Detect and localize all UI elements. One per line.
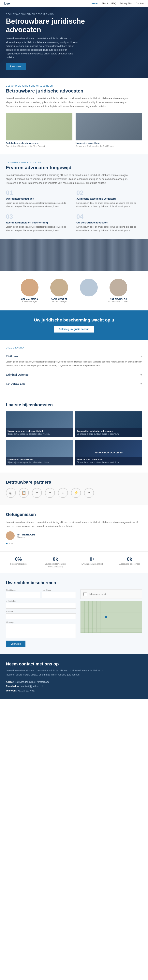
adv-title-2: Juridische excellentie verzekerd: [76, 197, 142, 200]
adv-text-2: Lorem ipsum dolor sit amet, consectetur …: [76, 201, 142, 208]
adv-item-3: 03 Rechtvaardigheid en bescherming Lorem…: [6, 213, 72, 232]
contact-bottom-title: Neem contact met ons op: [6, 662, 142, 667]
partner-icon-1: ◎: [6, 488, 16, 498]
phone-input[interactable]: [6, 613, 76, 619]
dienst-header-3[interactable]: Corporate Law ∨: [6, 382, 142, 385]
dienst-content-1: Lorem ipsum dolor sit amet, consectetur …: [6, 360, 142, 367]
court-banner: [0, 239, 148, 271]
dienst-item-2: Criminal Defense ∨: [6, 371, 142, 379]
contact-email-value: contact@juridisch.nl: [21, 685, 43, 688]
contact-info: Adres : 123 Aller dan Street, Amsterdam …: [6, 681, 142, 692]
chevron-up-icon: ∧: [140, 355, 142, 358]
nav-home[interactable]: Home: [92, 2, 98, 5]
dienst-header-2[interactable]: Criminal Defense ∨: [6, 373, 142, 376]
adv-num-3: 03: [6, 213, 72, 220]
email-input[interactable]: [6, 603, 76, 609]
message-textarea[interactable]: [6, 624, 76, 638]
nav-about[interactable]: About: [102, 2, 108, 5]
message-label: Message: [6, 621, 76, 624]
team-card-2: JACK ALVAREZ Verkoopmanager: [46, 279, 72, 302]
bij-card-3[interactable]: Uw rechten beschermen Bij ons zijn al on…: [6, 440, 73, 465]
stat-num-4: 0k: [114, 556, 145, 562]
contact-bottom-desc: Lorem ipsum dolor sit amet, consectetur …: [6, 668, 105, 677]
img-card-2: Uw rechten verdedigen Sample text: Click…: [76, 113, 142, 147]
testimonials-text: Lorem ipsum dolor sit amet, consectetur …: [6, 520, 142, 528]
adv-text-1: Lorem ipsum dolor sit amet, consectetur …: [6, 201, 72, 208]
bijeenkomsten-section: Laatste bijeenkomsten Uw partners voor r…: [0, 395, 148, 473]
lastname-input[interactable]: [42, 592, 76, 598]
recaptcha-box[interactable]: Ik ben geen robot: [81, 589, 142, 599]
advocaten-desc: Lorem ipsum dolor sit amet, consectetur …: [6, 173, 132, 185]
stat-num-1: 0%: [3, 556, 34, 562]
stat-label-3: Ervaring en jaren praktijk: [77, 563, 108, 565]
bij-desc-1: Bij ons zijn al onze punt dat dolore et …: [8, 433, 71, 436]
partner-icon-5: ⊕: [58, 488, 68, 498]
hero-title: Betrouwbare juridische advocaten: [6, 17, 89, 34]
firstname-label: First Name: [6, 589, 40, 592]
form-left: First Name Last Name E-mailadres Telefoo…: [6, 589, 76, 647]
test-dot-2[interactable]: [9, 543, 10, 544]
bij-card-2[interactable]: Zoekundige juridische oplossingen Bij on…: [75, 411, 142, 437]
nav-pricing[interactable]: Pricing Plan: [120, 2, 132, 5]
bij-title-4: MARCH FOR OUR LIVES: [77, 458, 140, 461]
form-row-names: First Name Last Name: [6, 589, 76, 598]
dienst-title-1: Civil Law: [6, 355, 18, 358]
adv-title-4: Uw vertrouwde advocaten: [76, 221, 142, 224]
nav-faq[interactable]: FAQ: [111, 2, 116, 5]
adv-num-2: 02: [76, 189, 142, 196]
diensten-section: ONZE DIENSTEN Civil Law ∧ Lorem ipsum do…: [0, 340, 148, 395]
bij-overlay-2: Zoekundige juridische oplossingen Bij on…: [75, 428, 142, 437]
adv-title-1: Uw rechten verdedigen: [6, 197, 72, 200]
team-avatar-1: [21, 279, 38, 296]
dienst-title-3: Corporate Law: [6, 382, 25, 385]
contact-address-row: Adres : 123 Aller dan Street, Amsterdam: [6, 681, 142, 683]
court-overlay: [0, 239, 148, 271]
hero-subtitle: RECHTVAARDIGHEID EN BESCHERMING: [6, 13, 142, 15]
contact-phone-label: Telefoon: [6, 689, 16, 692]
section-label: DESKUNDIGE JURIDISCHE OPLOSSINGEN: [6, 85, 142, 87]
partner-icon-2: 📋: [19, 488, 29, 498]
chevron-down-icon-2: ∨: [140, 373, 142, 376]
stat-num-2: 0k: [40, 556, 71, 562]
recaptcha-label: Ik ben geen robot: [89, 593, 106, 595]
cta-button[interactable]: Ontmoeg uw gratis consult: [54, 326, 94, 332]
adv-num-1: 01: [6, 189, 72, 196]
partners-section: Betrouwbare partners ◎ 📋 ✦ ✦ ⊕ ⚡ ✦: [0, 473, 148, 505]
form-submit-button[interactable]: Versturen: [6, 641, 25, 647]
firstname-input[interactable]: [6, 592, 40, 598]
chevron-down-icon-3: ∨: [140, 382, 142, 385]
advocaten-section: UW VERTROUWDE ADVOCATEN Ervaren advocate…: [0, 154, 148, 239]
partner-icon-4: ✦: [45, 488, 55, 498]
hero-button[interactable]: Lees meer: [6, 63, 26, 70]
team-avatar-3: [80, 279, 98, 296]
stat-label-4: Succesvolle oplossingen: [114, 563, 145, 565]
team-name-2: JACK ALVAREZ: [46, 298, 72, 301]
dienst-header-1[interactable]: Civil Law ∧: [6, 355, 142, 358]
advocaten-grid: 01 Uw rechten verdedigen Lorem ipsum dol…: [6, 189, 142, 232]
testimonials-author: NAT REYNOLDS Manager: [6, 531, 142, 540]
contact-email-row: E-mailadres : contact@juridisch.nl: [6, 685, 142, 688]
cta-section: Uw juridische bescherming wacht op u Ont…: [0, 310, 148, 340]
bijeenkomsten-title: Laatste bijeenkomsten: [6, 402, 142, 407]
bij-card-4[interactable]: MARCH FOR OUR LIVES MARCH FOR OUR LIVES …: [75, 440, 142, 465]
bij-card-1[interactable]: Uw partners voor rechtvaardighed Bij ons…: [6, 411, 73, 437]
test-dot-3[interactable]: [11, 543, 13, 544]
adv-item-2: 02 Juridische excellentie verzekerd Lore…: [76, 189, 142, 208]
stat-label-1: Succesvolle zaken: [3, 563, 34, 565]
team-name-1: CELIA ALMEIDA: [17, 298, 43, 301]
hero-description: Lorem ipsum dolor sit amet, consectetur …: [6, 37, 81, 59]
navbar: logo Home About FAQ Pricing Plan Contact: [0, 0, 148, 7]
img-caption-2: Uw rechten verdedigen: [76, 142, 142, 144]
recaptcha-checkbox[interactable]: [83, 592, 87, 596]
nav-contact[interactable]: Contact: [136, 2, 144, 5]
form-grid: First Name Last Name E-mailadres Telefoo…: [6, 589, 142, 647]
partner-icon-7: ✦: [84, 488, 94, 498]
team-role-2: Verkoopmanager: [46, 301, 72, 302]
nav-logo[interactable]: logo: [4, 2, 10, 5]
partners-title: Betrouwbare partners: [6, 480, 142, 485]
test-dot-1[interactable]: [6, 543, 8, 544]
adv-text-3: Lorem ipsum dolor sit amet, consectetur …: [6, 225, 72, 232]
bij-desc-3: Bij ons zijn al onze punt dat dolore et …: [8, 461, 71, 464]
advocaten-title: Ervaren advocaten toegewijd: [6, 165, 142, 170]
svg-point-4: [105, 616, 107, 618]
